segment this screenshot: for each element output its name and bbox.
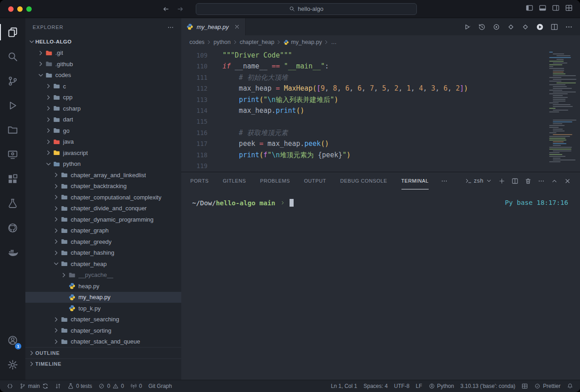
tree-folder-__pycache__[interactable]: __pycache__ (25, 270, 181, 281)
activity-item-project-folder[interactable] (0, 118, 25, 142)
code-line[interactable]: 113 print("\n输入列表并建堆后") (181, 94, 580, 105)
open-changes-button[interactable] (493, 23, 500, 31)
status-cursor-position[interactable]: Ln 1, Col 1 (328, 380, 360, 392)
tree-root-hello-algo[interactable]: HELLO-ALGO (25, 36, 181, 48)
close-window-button[interactable] (8, 6, 14, 12)
panel-tab-ports[interactable]: PORTS (190, 172, 209, 189)
terminal[interactable]: ~/Dow/hello-algo main Py base 18:17:16 (181, 189, 580, 380)
breadcrumb-item-chapter_heap[interactable]: chapter_heap (240, 39, 274, 45)
status-branch-status[interactable]: main (16, 380, 52, 392)
split-editor-button[interactable] (551, 23, 558, 31)
minimap[interactable] (548, 49, 577, 172)
status-notifications[interactable] (564, 380, 576, 392)
timeline-section[interactable]: TIMELINE (25, 358, 181, 370)
tree-folder-.github[interactable]: .github (25, 58, 181, 70)
tree-folder-.git[interactable]: .git (25, 48, 181, 59)
tree-folder-chapter_backtracking[interactable]: chapter_backtracking (25, 181, 181, 192)
tree-folder-chapter_greedy[interactable]: chapter_greedy (25, 236, 181, 247)
panel-tab-problems[interactable]: PROBLEMS (260, 172, 290, 189)
status-python-interpreter[interactable]: 3.10.13 ('base': conda) (457, 380, 518, 392)
minimize-window-button[interactable] (17, 6, 23, 12)
code-line[interactable]: 118 print(f"\n堆顶元素为 {peek}") (181, 150, 580, 160)
explorer-more-actions-icon[interactable] (167, 24, 174, 31)
activity-item-search[interactable] (0, 44, 25, 69)
activity-item-source-control[interactable] (0, 69, 25, 93)
breadcrumb-item-my_heap.py[interactable]: my_heap.py (283, 39, 322, 45)
tree-folder-go[interactable]: go (25, 125, 181, 136)
history-forward-icon[interactable] (177, 5, 184, 13)
code-runner-button[interactable] (536, 23, 544, 31)
tree-folder-cpp[interactable]: cpp (25, 92, 181, 103)
tree-folder-chapter_searching[interactable]: chapter_searching (25, 314, 181, 325)
split-terminal-button[interactable] (512, 178, 518, 184)
run-python-file-button[interactable] (463, 23, 471, 31)
tree-folder-chapter_hashing[interactable]: chapter_hashing (25, 247, 181, 259)
status-problems-status[interactable]: 00 (95, 380, 127, 392)
previous-change-button[interactable] (507, 23, 515, 31)
tree-file-my_heap.py[interactable]: my_heap.py (25, 292, 181, 303)
panel-tab-debug-console[interactable]: DEBUG CONSOLE (340, 172, 387, 189)
close-panel-button[interactable] (564, 178, 571, 184)
command-center-search[interactable]: hello-algo (196, 3, 417, 15)
status-git-compare[interactable] (52, 380, 64, 392)
tree-file-heap.py[interactable]: heap.py (25, 281, 181, 292)
code-line[interactable]: 110if __name__ == "__main__": (181, 61, 580, 72)
status-encoding[interactable]: UTF-8 (391, 380, 413, 392)
tab-my_heap.py[interactable]: my_heap.py (181, 18, 246, 35)
activity-item-extensions[interactable] (0, 167, 25, 191)
status-extension-status[interactable] (518, 380, 531, 392)
more-actions-button[interactable] (565, 23, 573, 31)
status-language-mode[interactable]: Python (425, 380, 457, 392)
tree-folder-chapter_divide_and_conquer[interactable]: chapter_divide_and_conquer (25, 203, 181, 214)
status-indentation[interactable]: Spaces: 4 (360, 380, 391, 392)
code-line[interactable]: 112 max_heap = MaxHeap([9, 8, 6, 6, 7, 5… (181, 83, 580, 94)
code-line[interactable]: 116 # 获取堆顶元素 (181, 127, 580, 138)
tree-folder-chapter_stack_and_queue[interactable]: chapter_stack_and_queue (25, 336, 181, 348)
code-line[interactable]: 109"""Driver Code""" (181, 50, 580, 61)
toggle-panel-button[interactable] (539, 4, 546, 14)
tree-folder-chapter_heap[interactable]: chapter_heap (25, 258, 181, 270)
activity-item-docker[interactable] (0, 240, 25, 265)
code-line[interactable]: 114 max_heap.print() (181, 105, 580, 116)
tree-folder-python[interactable]: python (25, 159, 181, 170)
tree-folder-chapter_computational_complexity[interactable]: chapter_computational_complexity (25, 192, 181, 203)
breadcrumb-item-codes[interactable]: codes (189, 39, 204, 45)
tree-folder-codes[interactable]: codes (25, 70, 181, 81)
activity-item-settings[interactable] (0, 353, 25, 377)
panel-tab-gitlens[interactable]: GITLENS (223, 172, 246, 189)
tree-file-top_k.py[interactable]: top_k.py (25, 303, 181, 314)
activity-item-testing[interactable] (0, 191, 25, 216)
tree-folder-chapter_graph[interactable]: chapter_graph (25, 225, 181, 237)
activity-item-run-debug[interactable] (0, 93, 25, 118)
activity-item-remote-explorer[interactable] (0, 142, 25, 167)
close-tab-icon[interactable] (234, 24, 240, 30)
maximize-panel-button[interactable] (551, 178, 558, 184)
shell-selector[interactable]: zsh (465, 178, 492, 184)
panel-tab-terminal[interactable]: TERMINAL (401, 172, 429, 189)
terminal-more-button[interactable] (538, 178, 545, 184)
tree-folder-c[interactable]: c (25, 81, 181, 92)
status-eol[interactable]: LF (413, 380, 425, 392)
code-editor[interactable]: 109"""Driver Code"""110if __name__ == "_… (181, 49, 580, 172)
status-remote-indicator[interactable] (4, 380, 16, 392)
status-tests-status[interactable]: 0 tests (64, 380, 95, 392)
tree-folder-chapter_array_and_linkedlist[interactable]: chapter_array_and_linkedlist (25, 169, 181, 181)
toggle-secondary-sidebar-button[interactable] (552, 4, 560, 14)
outline-section[interactable]: OUTLINE (25, 347, 181, 358)
code-line[interactable]: 119 (181, 160, 580, 171)
activity-item-github[interactable] (0, 216, 25, 240)
tree-folder-dart[interactable]: dart (25, 114, 181, 126)
code-line[interactable]: 117 peek = max_heap.peek() (181, 138, 580, 149)
panel-tab-output[interactable]: OUTPUT (304, 172, 326, 189)
file-history-button[interactable] (478, 23, 486, 31)
status-prettier-status[interactable]: Prettier (531, 380, 564, 392)
breadcrumb-item-python[interactable]: python (213, 39, 231, 45)
kill-terminal-button[interactable] (525, 178, 532, 184)
tree-folder-chapter_sorting[interactable]: chapter_sorting (25, 325, 181, 336)
tree-folder-chapter_dynamic_programming[interactable]: chapter_dynamic_programming (25, 214, 181, 225)
tree-folder-csharp[interactable]: csharp (25, 103, 181, 114)
panel-more-tabs-icon[interactable] (441, 178, 448, 184)
customize-layout-button[interactable] (565, 4, 573, 14)
breadcrumb-item-…[interactable]: … (331, 39, 337, 45)
activity-item-accounts[interactable]: 1 (0, 328, 25, 353)
